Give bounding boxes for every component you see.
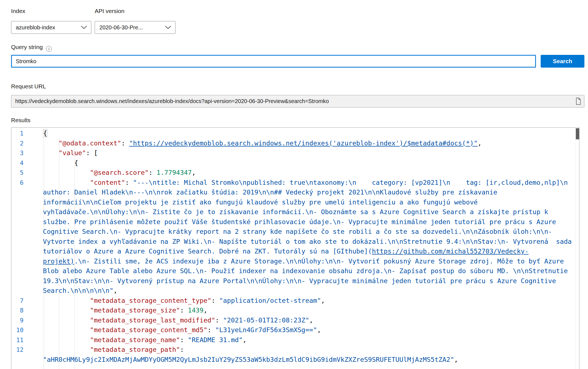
line-number: 9 (11, 316, 24, 326)
json-open-brace: { (43, 129, 47, 137)
json-key: "value" (59, 149, 86, 157)
json-key: "metadata_storage_path" (90, 346, 180, 353)
json-punctuation: : (125, 179, 133, 186)
api-version-dropdown[interactable]: 2020-06-30-Pre... (95, 21, 176, 34)
json-punctuation: : (180, 346, 188, 353)
line-number: 1 (11, 129, 24, 139)
json-key: "content" (90, 179, 125, 186)
index-dropdown[interactable]: azureblob-index (11, 21, 91, 34)
json-punctuation (43, 179, 90, 186)
json-key: "metadata_storage_content_type" (90, 297, 212, 304)
json-punctuation: : (121, 139, 129, 147)
code-line-content: "metadata_storage_content_type": "applic… (24, 296, 579, 306)
json-link[interactable]: "https://vedeckydemoblob.search.windows.… (129, 139, 478, 147)
json-punctuation (43, 297, 90, 304)
json-key: "@odata.context" (59, 139, 121, 147)
code-line: 11 "metadata_storage_name": "README 31.m… (11, 335, 579, 345)
json-punctuation: : [ (86, 149, 98, 157)
json-punctuation (43, 149, 59, 157)
request-url-field: https://vedeckydemoblob.search.windows.n… (11, 95, 584, 107)
json-punctuation: , (454, 356, 458, 363)
line-number: 10 (11, 325, 24, 335)
json-string: "aHR0cHM6Ly9jc2IxMDAzMjAwMDYyOGM5M2QyLmJ… (43, 356, 454, 363)
json-key: "metadata_storage_last_modified" (90, 316, 215, 324)
line-number: 12 (11, 345, 24, 365)
index-label: Index (11, 8, 25, 14)
api-version-dropdown-value: 2020-06-30-Pre... (99, 24, 143, 31)
code-line: 9 "metadata_storage_last_modified": "202… (11, 316, 579, 326)
query-string-input[interactable] (11, 55, 536, 68)
info-icon[interactable]: i (46, 46, 52, 52)
json-punctuation: , (478, 139, 481, 147)
code-line-content: { (24, 129, 579, 139)
request-url-value: https://vedeckydemoblob.search.windows.n… (15, 98, 572, 104)
json-punctuation: : (211, 297, 219, 304)
json-string: "README 31.md" (188, 336, 243, 344)
json-string: .\n- Zistili sme, že ACS indexuje iba z … (43, 257, 572, 295)
json-punctuation: , (317, 326, 321, 334)
copy-icon (575, 98, 581, 105)
results-editor[interactable]: 1{2 "@odata.context": "https://vedeckyde… (11, 127, 579, 369)
code-line: 8 "metadata_storage_size": 1439, (11, 306, 579, 316)
json-punctuation (43, 316, 90, 324)
json-punctuation (43, 306, 90, 314)
chevron-down-icon (161, 25, 171, 29)
code-line: 1{ (11, 129, 579, 139)
code-line: 5 "@search.score": 1.7794347, (11, 168, 579, 178)
code-line-content: "@odata.context": "https://vedeckydemobl… (24, 139, 579, 148)
vertical-scrollbar[interactable] (575, 128, 579, 369)
code-line-content: "metadata_storage_size": 1439, (24, 306, 579, 316)
json-punctuation: , (203, 306, 207, 314)
json-number: 1.7794347 (156, 169, 192, 176)
search-button[interactable]: Search (541, 55, 584, 68)
json-string: "2021-05-01T12:08:23Z" (223, 316, 309, 324)
code-line: 2 "@odata.context": "https://vedeckydemo… (11, 139, 579, 148)
json-punctuation: : (180, 306, 188, 314)
request-url-label: Request URL (11, 83, 46, 90)
code-line-content: "metadata_storage_name": "README 31.md", (24, 335, 579, 345)
code-line-content: "metadata_storage_content_md5": "L31yeLn… (24, 325, 579, 335)
results-label: Results (11, 117, 30, 124)
line-number: 4 (11, 158, 24, 168)
json-key: "metadata_storage_content_md5" (90, 326, 207, 334)
scrollbar-thumb[interactable] (576, 128, 579, 139)
results-code[interactable]: 1{2 "@odata.context": "https://vedeckyde… (11, 128, 579, 365)
json-punctuation (43, 336, 90, 344)
json-punctuation (43, 169, 90, 176)
code-line-content: { (24, 158, 579, 168)
line-number: 11 (11, 335, 24, 345)
copy-button[interactable] (575, 98, 581, 105)
search-explorer-page: Index azureblob-index API version 2020-0… (0, 0, 588, 369)
query-string-label: Query string (11, 44, 43, 50)
json-string: "---\ntitle: Michal Stromko\npublished: … (43, 179, 579, 255)
index-dropdown-value: azureblob-index (16, 24, 55, 31)
line-number: 7 (11, 296, 24, 306)
code-line-content: "value": [ (24, 148, 579, 158)
line-number: 3 (11, 148, 24, 158)
line-number: 2 (11, 139, 24, 148)
json-punctuation: , (309, 316, 313, 324)
code-line: 12 "metadata_storage_path": "aHR0cHM6Ly9… (11, 345, 579, 365)
code-line: 6 "content": "---\ntitle: Michal Stromko… (11, 178, 579, 296)
line-number: 8 (11, 306, 24, 316)
line-number: 5 (11, 168, 24, 178)
query-string-label-row: Query stringi (11, 44, 52, 52)
code-line: 7 "metadata_storage_content_type": "appl… (11, 296, 579, 306)
code-line: 3 "value": [ (11, 148, 579, 158)
code-line: 10 "metadata_storage_content_md5": "L31y… (11, 325, 579, 335)
json-number: 1439 (188, 306, 204, 314)
json-punctuation: , (321, 297, 325, 304)
json-punctuation: , (243, 336, 247, 344)
api-version-label: API version (95, 8, 124, 14)
json-key: "@search.score" (90, 169, 149, 176)
code-line-content: "metadata_storage_path": "aHR0cHM6Ly9jc2… (24, 345, 579, 365)
json-punctuation (43, 346, 90, 353)
json-punctuation: : (215, 316, 223, 324)
json-key: "metadata_storage_size" (90, 306, 180, 314)
json-punctuation: { (43, 159, 78, 167)
json-punctuation: , (114, 287, 117, 294)
chevron-down-icon (77, 25, 87, 29)
json-punctuation (43, 326, 90, 334)
json-punctuation: : (180, 336, 188, 344)
json-punctuation: : (207, 326, 215, 334)
